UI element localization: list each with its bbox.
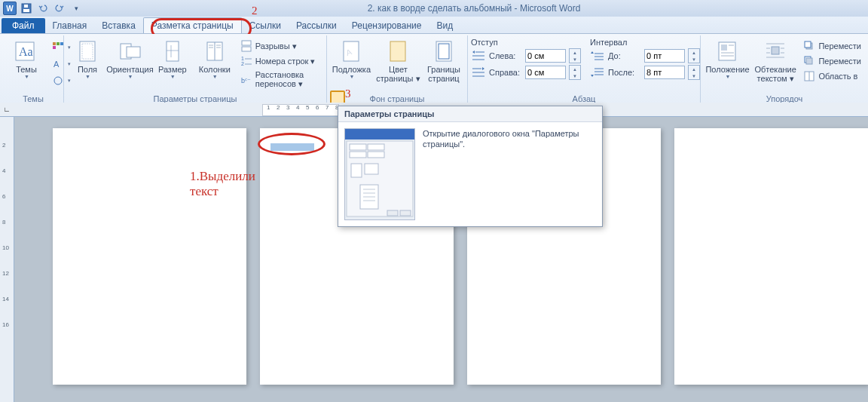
svg-text:bᶜ⁻: bᶜ⁻ [241, 77, 251, 84]
tab-review[interactable]: Рецензирование [344, 18, 429, 33]
svg-text:2: 2 [241, 61, 244, 66]
quick-access-toolbar: W ▾ [3, 2, 83, 15]
bring-forward-button[interactable]: Перемести [799, 38, 865, 54]
wrap-text-button[interactable]: Обтекание текстом ▾ [753, 37, 798, 93]
tab-references[interactable]: Ссылки [242, 18, 289, 33]
group-page-setup: Поля▼ Ориентация▼ Размер▼ Колонки▼ Разры… [64, 35, 327, 105]
indent-right-input[interactable] [525, 66, 566, 79]
tab-insert[interactable]: Вставка [94, 18, 143, 33]
svg-rect-71 [365, 164, 378, 174]
spinner-icon[interactable]: ▲▼ [688, 48, 700, 63]
tab-home[interactable]: Главная [45, 18, 95, 33]
tab-selector-icon[interactable]: ∟ [0, 103, 14, 117]
ribbon: Aa Темы ▼ ▾ A▾ ▾ Темы Поля▼ Ориентация▼ [0, 34, 868, 106]
window-title: 2. как в ворде сделать альбомный - Micro… [83, 3, 865, 14]
qat-customize-icon[interactable]: ▾ [69, 2, 83, 15]
svg-rect-67 [368, 144, 384, 150]
tab-mailings[interactable]: Рассылки [289, 18, 344, 33]
annotation-selected-text: 1.Выделили текст [190, 169, 255, 199]
svg-rect-51 [772, 47, 779, 54]
svg-rect-68 [350, 152, 366, 158]
size-button[interactable]: Размер▼ [152, 37, 193, 93]
page-1[interactable] [53, 128, 246, 385]
svg-rect-7 [60, 42, 63, 45]
spacing-before-input[interactable] [644, 49, 685, 63]
spinner-icon[interactable]: ▲▼ [688, 65, 700, 80]
spacing-before-field[interactable]: До: ▲▼ [590, 48, 700, 64]
spacing-header: Интервал [590, 37, 700, 48]
position-button[interactable]: Положение▼ [704, 37, 751, 93]
svg-rect-66 [350, 144, 366, 150]
tab-file[interactable]: Файл [2, 18, 45, 33]
margins-button[interactable]: Поля▼ [67, 37, 108, 93]
svg-rect-22 [242, 41, 251, 45]
spinner-icon[interactable]: ▲▼ [569, 65, 581, 80]
tooltip-page-setup: Параметры страницы Открытие диалогового … [338, 106, 603, 227]
selection-pane-button[interactable]: Область в [799, 69, 865, 84]
indent-left-input[interactable] [525, 49, 566, 63]
tooltip-description: Открытие диалогового окна "Параметры стр… [423, 128, 596, 220]
tooltip-preview-icon [344, 128, 415, 220]
svg-rect-14 [127, 47, 140, 57]
tooltip-title: Параметры страницы [338, 106, 602, 122]
svg-rect-61 [806, 58, 812, 64]
svg-rect-70 [351, 164, 362, 177]
spacing-after-input[interactable] [644, 66, 685, 79]
line-numbers-button[interactable]: 12Номера строк ▾ [237, 54, 323, 69]
undo-icon[interactable] [36, 2, 50, 15]
title-bar: W ▾ 2. как в ворде сделать альбомный - M… [0, 0, 868, 17]
svg-rect-15 [167, 41, 179, 61]
group-themes: Aa Темы ▼ ▾ A▾ ▾ Темы [3, 35, 64, 105]
tab-view[interactable]: Вид [429, 18, 460, 33]
svg-rect-77 [387, 210, 398, 216]
svg-rect-5 [53, 42, 56, 45]
indent-right-field[interactable]: Справа: ▲▼ [471, 64, 581, 81]
hyphenation-button[interactable]: bᶜ⁻Расстановка переносов ▾ [237, 69, 323, 91]
send-backward-button[interactable]: Перемести [799, 54, 865, 69]
svg-rect-31 [390, 41, 405, 61]
spacing-after-field[interactable]: После: ▲▼ [590, 64, 700, 81]
svg-rect-78 [400, 210, 411, 216]
svg-rect-8 [53, 46, 56, 49]
svg-rect-59 [805, 41, 811, 48]
svg-rect-1 [23, 9, 29, 12]
word-app-icon[interactable]: W [3, 2, 17, 15]
group-paragraph: Отступ Слева: ▲▼ Справа: ▲▼ Интервал [468, 35, 701, 105]
page-borders-button[interactable]: Границы страниц [423, 37, 464, 93]
page-4[interactable] [674, 128, 868, 385]
redo-icon[interactable] [53, 2, 66, 15]
breaks-button[interactable]: Разрывы ▾ [237, 38, 323, 54]
svg-text:Aa: Aa [19, 45, 33, 58]
vertical-ruler: ∟ 2468 10121416 [0, 103, 14, 402]
svg-text:1: 1 [241, 56, 244, 61]
svg-rect-23 [242, 47, 251, 51]
annotation-number-2: 2 [252, 5, 258, 17]
svg-text:A: A [53, 60, 60, 69]
text-selection [270, 143, 314, 151]
svg-rect-64 [345, 129, 414, 140]
columns-button[interactable]: Колонки▼ [194, 37, 235, 93]
spinner-icon[interactable]: ▲▼ [569, 48, 581, 63]
tab-page-layout[interactable]: Разметка страницы [143, 17, 242, 33]
svg-rect-2 [24, 5, 28, 8]
page-color-button[interactable]: Цвет страницы ▾ [374, 37, 422, 93]
group-arrange: Положение▼ Обтекание текстом ▾ Перемести… [701, 35, 868, 105]
watermark-button[interactable]: A Подложка▼ [330, 37, 373, 93]
annotation-number-3: 3 [345, 87, 351, 100]
ribbon-tabs: Файл Главная Вставка Разметка страницы С… [0, 17, 868, 34]
indent-header: Отступ [471, 37, 581, 48]
orientation-button[interactable]: Ориентация▼ [109, 37, 151, 93]
themes-button[interactable]: Aa Темы ▼ [6, 37, 47, 93]
svg-rect-69 [368, 152, 384, 158]
svg-rect-47 [721, 44, 727, 51]
svg-rect-6 [57, 42, 60, 45]
svg-point-10 [54, 77, 62, 84]
save-icon[interactable] [20, 2, 33, 15]
indent-left-field[interactable]: Слева: ▲▼ [471, 48, 581, 64]
